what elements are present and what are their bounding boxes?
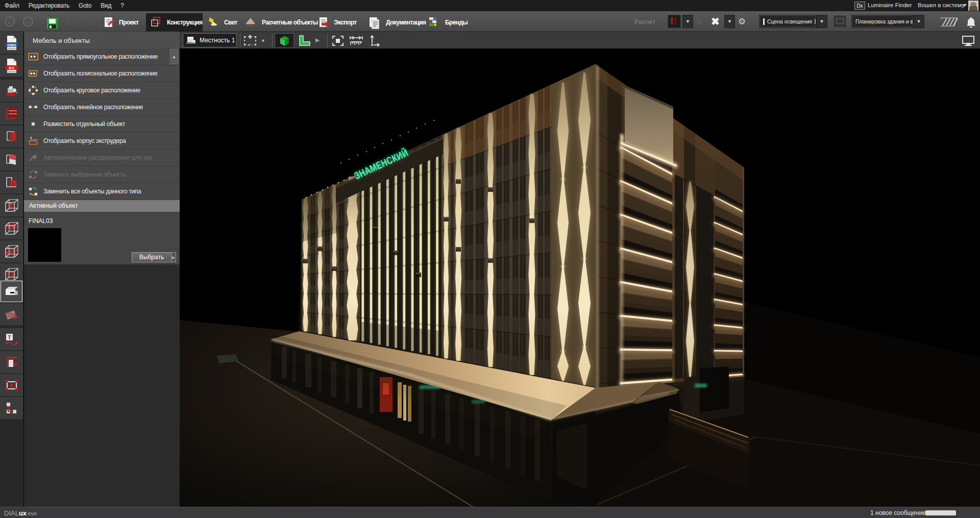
- svg-text:T: T: [8, 334, 11, 340]
- svg-text:IFC: IFC: [9, 66, 14, 69]
- svg-text:DWG: DWG: [7, 43, 16, 46]
